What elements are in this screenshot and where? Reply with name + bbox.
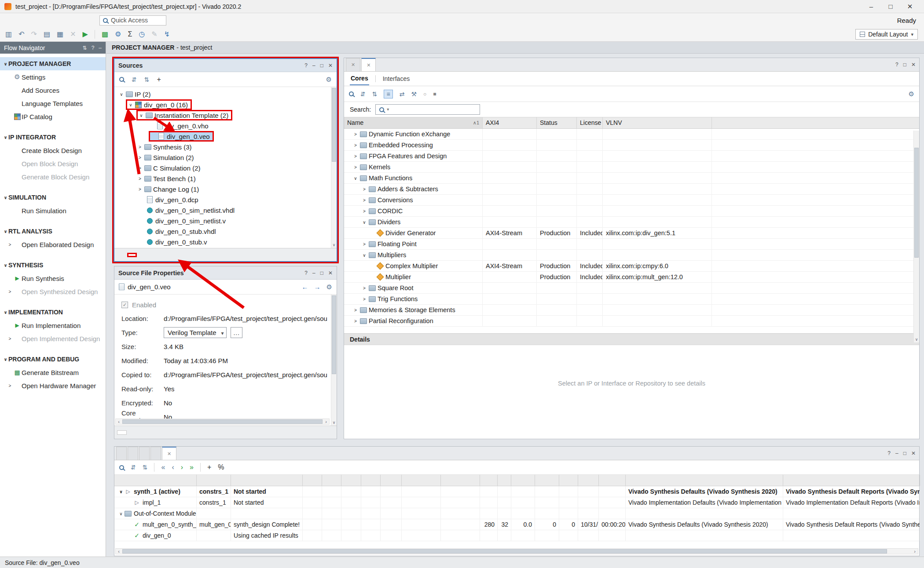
property-value[interactable]: Verilog Template [164,327,227,338]
expand-arrow-icon[interactable]: > [361,286,368,291]
search-icon[interactable] [349,91,354,96]
flow-navigator-item[interactable]: ∨ PROGRAM AND DEBUG [0,353,106,366]
layout-selector[interactable]: Default Layout [855,29,918,40]
catalog-row[interactable]: > Trig Functions [344,294,919,305]
catalog-vertical-scrollbar[interactable] [913,131,919,342]
last-step-icon[interactable] [190,464,194,471]
float-icon[interactable] [320,63,323,68]
bottom-tab[interactable] [162,447,176,460]
flow-navigator-item[interactable]: > Open Synthesized Design [0,285,106,298]
previous-step-icon[interactable] [172,464,174,471]
close-icon[interactable] [911,451,916,456]
scroll-down-icon[interactable] [331,421,337,425]
expand-arrow-icon[interactable]: > [352,132,359,137]
help-icon[interactable] [304,270,308,276]
menu-item[interactable] [52,18,62,22]
expand-arrow-icon[interactable]: > [352,154,359,159]
flow-navigator-item[interactable]: ∨ IP INTEGRATOR [0,131,106,144]
scroll-left-icon[interactable] [116,549,122,554]
expand-arrow-icon[interactable]: ∨ [127,102,134,107]
catalog-search-input[interactable] [375,104,480,115]
runs-column-header[interactable] [114,475,197,486]
close-icon[interactable] [911,62,916,67]
minimize-button[interactable] [862,1,881,11]
expand-arrow-icon[interactable]: > [361,297,368,302]
expand-arrow-icon[interactable]: > [352,319,359,324]
expand-arrow-icon[interactable]: ∨ [361,253,368,258]
runs-column-header[interactable] [559,475,578,486]
property-value[interactable]: d:/ProgramFiles/FPGA/test_project/test_p… [164,371,327,379]
tree-item[interactable]: div_gen_0_sim_netlist.vhdl [114,205,337,215]
catalog-row[interactable]: > FPGA Features and Design [344,151,919,162]
menu-item[interactable] [62,18,71,22]
property-value[interactable]: No [164,399,172,407]
copy-icon[interactable] [57,31,63,38]
view-mode-icon[interactable] [433,91,436,97]
save-icon[interactable] [44,31,50,38]
catalog-row[interactable]: > Embedded Processing [344,140,919,151]
runs-column-header[interactable] [535,475,559,486]
runs-column-header[interactable] [231,475,303,486]
tree-item[interactable]: ∨ div_gen_0 (16) [114,99,337,110]
expand-arrow-icon[interactable]: > [361,242,368,247]
flow-navigator-item[interactable]: ∨ RTL ANALYSIS [0,225,106,238]
catalog-row[interactable]: ∨ Dividers [344,217,919,228]
flow-navigator-item[interactable]: IP Catalog [0,110,106,123]
catalog-row[interactable]: > Conversions [344,195,919,206]
property-value[interactable]: d:/ProgramFiles/FPGA/test_project/test_p… [164,315,327,322]
runs-column-header[interactable] [322,475,341,486]
timing-icon[interactable] [139,31,145,38]
runs-column-header[interactable] [626,475,783,486]
float-icon[interactable] [903,62,906,67]
runs-column-header[interactable] [441,475,480,486]
tree-item[interactable]: div_gen_0_stub.vhdl [114,226,337,237]
catalog-row[interactable]: > Adders & Subtracters [344,184,919,195]
column-header-license[interactable]: License [577,117,603,128]
catalog-row[interactable]: > Square Root [344,283,919,294]
expand-arrow-icon[interactable]: > [352,143,359,148]
bottom-tab[interactable] [150,447,161,460]
scroll-down-icon[interactable] [331,243,337,247]
sources-tab[interactable] [127,253,137,257]
delete-icon[interactable] [70,31,76,38]
previous-icon[interactable] [302,284,308,290]
repository-settings-icon[interactable] [411,91,417,97]
settings-icon[interactable] [115,31,121,38]
column-header-status[interactable]: Status [537,117,577,128]
scrollbar-thumb[interactable] [122,419,323,424]
catalog-row[interactable]: Multiplier Production Included xilinx.co… [344,272,919,283]
minimize-icon[interactable] [99,45,102,51]
enabled-checkbox[interactable] [121,302,128,308]
run-row[interactable]: impl_1 constrs_1 Not started [114,497,919,508]
minimize-icon[interactable] [312,270,315,276]
runs-column-header[interactable] [480,475,498,486]
flow-navigator-item[interactable]: Add Sources [0,84,106,97]
close-icon[interactable] [328,63,333,68]
bottom-tab[interactable] [116,447,127,460]
catalog-row[interactable]: Complex Multiplier AXI4-Stream Productio… [344,261,919,272]
document-tab[interactable] [361,58,376,71]
runs-column-header[interactable] [599,475,626,486]
expand-arrow-icon[interactable]: > [136,155,143,160]
first-step-icon[interactable] [161,464,165,471]
property-value[interactable]: Today at 14:03:46 PM [164,357,228,364]
next-step-icon[interactable] [181,464,183,471]
expand-arrow-icon[interactable]: > [361,209,368,214]
help-icon[interactable] [895,62,898,67]
expand-all-icon[interactable] [83,45,87,51]
tree-item[interactable]: > Test Bench (1) [114,173,337,184]
search-icon[interactable] [119,465,124,470]
collapse-all-icon[interactable] [360,91,366,97]
menu-item[interactable] [23,18,33,22]
filter-icon[interactable] [423,91,426,97]
minimize-icon[interactable] [895,451,898,456]
expand-arrow-icon[interactable]: > [136,166,143,171]
column-header-vlnv[interactable]: VLNV [603,117,712,128]
flow-navigator-item[interactable]: > Open Elaborated Design [0,238,106,251]
run-row[interactable]: mult_gen_0_synth_1 mult_gen_0 synth_desi… [114,519,919,530]
close-icon[interactable] [328,270,333,276]
expand-arrow-icon[interactable]: ∨ [352,176,359,181]
sources-vertical-scrollbar[interactable] [331,87,337,248]
tree-item[interactable]: > Change Log (1) [114,184,337,194]
settings-gear-icon[interactable] [326,284,332,290]
